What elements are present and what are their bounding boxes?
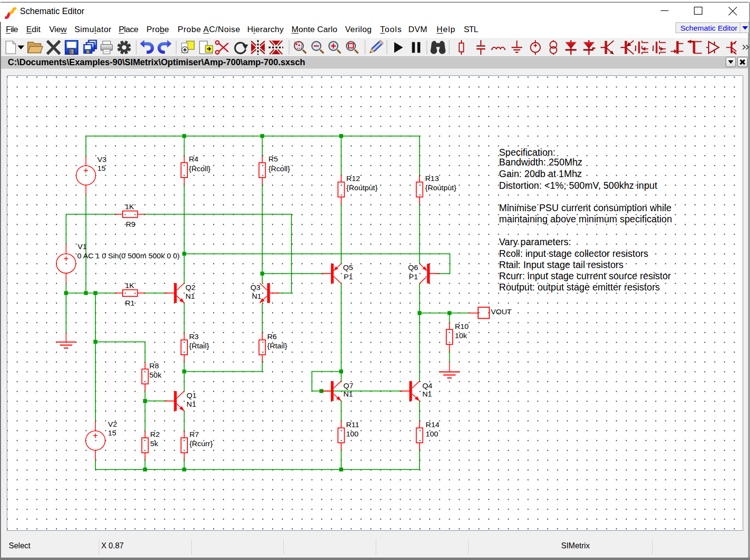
svg-text:R6: R6 bbox=[267, 332, 277, 341]
svg-text:N1: N1 bbox=[252, 292, 262, 300]
svg-text:Rcoll: input stage collector r: Rcoll: input stage collector resistors bbox=[499, 248, 648, 259]
svg-text:{Rtail}: {Rtail} bbox=[189, 342, 209, 350]
svg-text:0 AC 1 0 Sin(0 500m 500k 0 0): 0 AC 1 0 Sin(0 500m 500k 0 0) bbox=[77, 252, 180, 260]
svg-text:{Rcoll}: {Rcoll} bbox=[268, 164, 290, 173]
svg-text:R12: R12 bbox=[347, 174, 360, 182]
svg-text:V3: V3 bbox=[97, 155, 107, 163]
svg-text:Q6: Q6 bbox=[408, 263, 419, 271]
svg-text:R14: R14 bbox=[426, 420, 440, 429]
svg-text:N1: N1 bbox=[186, 400, 196, 408]
svg-text:100: 100 bbox=[426, 430, 439, 438]
svg-text:{Rcoll}: {Rcoll} bbox=[189, 164, 211, 173]
svg-text:R4: R4 bbox=[189, 155, 199, 163]
svg-text:Q2: Q2 bbox=[185, 283, 196, 291]
svg-text:{Rcurr}: {Rcurr} bbox=[189, 439, 213, 448]
svg-text:N1: N1 bbox=[422, 390, 432, 398]
svg-text:Specification:: Specification: bbox=[499, 147, 555, 158]
svg-text:Vary parameters:: Vary parameters: bbox=[499, 236, 571, 247]
svg-text:Routput: output stage emitter: Routput: output stage emitter resistors bbox=[499, 282, 660, 292]
svg-text:Q5: Q5 bbox=[343, 263, 353, 271]
svg-text:maintaining above minimum spec: maintaining above minimum specification bbox=[499, 214, 672, 224]
svg-text:R11: R11 bbox=[346, 420, 359, 429]
svg-text:{Routput}: {Routput} bbox=[347, 183, 378, 192]
svg-text:Minimise PSU current consumpti: Minimise PSU current consumption while bbox=[499, 202, 671, 213]
svg-text:R10: R10 bbox=[455, 322, 469, 330]
svg-text:Gain: 20db at 1Mhz: Gain: 20db at 1Mhz bbox=[499, 168, 582, 179]
svg-text:{Rtail}: {Rtail} bbox=[267, 342, 287, 350]
svg-text:50k: 50k bbox=[149, 371, 162, 379]
svg-text:15: 15 bbox=[97, 164, 106, 172]
svg-text:Q7: Q7 bbox=[344, 381, 354, 390]
svg-text:V1: V1 bbox=[78, 242, 87, 251]
svg-text:R13: R13 bbox=[425, 174, 439, 182]
svg-text:15: 15 bbox=[108, 429, 116, 437]
svg-text:Q4: Q4 bbox=[422, 381, 433, 390]
svg-text:R5: R5 bbox=[268, 155, 278, 163]
svg-text:Distortion: <1%; 500mV, 500khz: Distortion: <1%; 500mV, 500khz input bbox=[499, 180, 658, 191]
svg-text:P1: P1 bbox=[344, 272, 353, 281]
svg-text:1K: 1K bbox=[125, 202, 135, 211]
svg-text:100: 100 bbox=[346, 430, 359, 438]
svg-text:5k: 5k bbox=[150, 439, 159, 448]
svg-text:N1: N1 bbox=[185, 292, 195, 300]
svg-text:Rtail: Input stage tail resist: Rtail: Input stage tail resistors bbox=[499, 259, 623, 270]
svg-text:{Routput}: {Routput} bbox=[425, 183, 457, 192]
svg-text:N1: N1 bbox=[344, 390, 353, 398]
svg-text:R1: R1 bbox=[125, 299, 135, 307]
svg-text:Q1: Q1 bbox=[186, 391, 197, 399]
svg-text:R8: R8 bbox=[149, 361, 159, 370]
svg-text:VOUT: VOUT bbox=[491, 307, 512, 316]
svg-text:R9: R9 bbox=[126, 220, 135, 228]
svg-text:R3: R3 bbox=[189, 332, 199, 341]
svg-text:P1: P1 bbox=[409, 272, 418, 281]
svg-text:R7: R7 bbox=[189, 430, 199, 438]
svg-text:V2: V2 bbox=[108, 420, 117, 428]
svg-text:Q3: Q3 bbox=[251, 283, 261, 291]
svg-text:Rcurr: input stage current sou: Rcurr: input stage current source resist… bbox=[499, 271, 671, 281]
svg-text:1K: 1K bbox=[125, 281, 135, 289]
svg-text:Bandwidth: 250Mhz: Bandwidth: 250Mhz bbox=[499, 157, 582, 167]
svg-text:10k: 10k bbox=[455, 331, 467, 340]
svg-text:R2: R2 bbox=[150, 430, 160, 438]
